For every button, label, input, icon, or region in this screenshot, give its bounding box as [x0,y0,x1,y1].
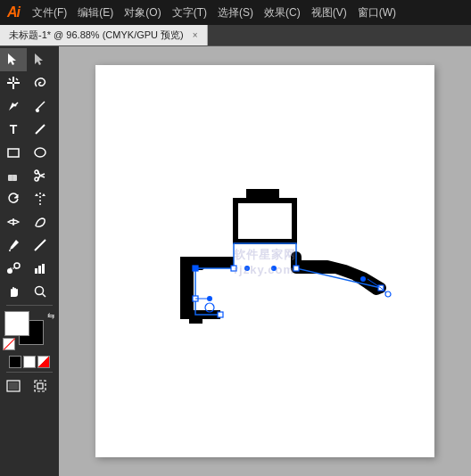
svg-line-7 [16,78,18,80]
wand-lasso-row [0,71,59,94]
svg-point-16 [35,170,38,174]
svg-rect-29 [38,266,41,274]
svg-point-17 [35,177,38,181]
title-bar: Ai 文件(F) 编辑(E) 对象(O) 文字(T) 选择(S) 效果(C) 视… [0,0,471,25]
svg-point-43 [244,266,250,271]
svg-rect-51 [193,266,198,271]
svg-point-45 [360,276,366,282]
svg-rect-15 [12,175,13,181]
measure-tool[interactable] [27,234,54,257]
lasso-tool[interactable] [27,71,54,94]
warp-tool[interactable] [27,210,54,234]
illustration [131,172,399,350]
svg-rect-3 [7,82,12,84]
svg-rect-39 [293,266,299,271]
tab-active[interactable]: 未标题-1* @ 96.88% (CMYK/GPU 预览) × [0,25,208,45]
separator-2 [6,372,54,373]
draw-inside-mode[interactable] [27,374,54,398]
menu-window[interactable]: 窗口(W) [352,4,401,22]
svg-point-26 [14,263,20,268]
white-swatch[interactable] [23,356,36,368]
ellipse-tool[interactable] [27,141,54,164]
pen-tool[interactable] [0,94,27,118]
black-swatch[interactable] [9,356,21,368]
scissors-tool[interactable] [27,164,54,187]
change-screen-mode[interactable] [0,374,27,398]
menu-view[interactable]: 视图(V) [306,4,352,22]
svg-rect-4 [14,82,20,84]
svg-point-44 [271,266,277,271]
direct-select-tool[interactable] [27,48,54,71]
svg-rect-2 [12,77,14,82]
eraser-tool[interactable] [0,164,27,187]
fill-swatch[interactable] [4,311,29,336]
svg-rect-42 [218,312,223,317]
svg-marker-19 [35,193,38,196]
menu-select[interactable]: 选择(S) [212,4,259,22]
svg-line-11 [36,125,45,134]
menu-text[interactable]: 文字(T) [167,4,212,22]
svg-rect-12 [8,149,19,157]
menu-effect[interactable]: 效果(C) [259,4,306,22]
type-tool[interactable]: T [0,118,27,141]
select-tools-row [0,48,59,71]
menu-edit[interactable]: 编辑(E) [72,4,119,22]
svg-point-10 [36,109,39,112]
menu-object[interactable]: 对象(O) [119,4,166,22]
ai-logo: Ai [7,4,20,21]
svg-rect-34 [9,382,18,390]
tab-close[interactable]: × [193,30,198,40]
svg-line-9 [15,103,18,105]
small-swatches [9,356,50,368]
svg-point-13 [35,148,45,157]
canvas-area: 软件星家网rjzky.com [59,46,471,476]
swap-colors-icon[interactable]: ⇆ [47,311,54,321]
rotate-tool[interactable] [0,187,27,210]
select-tool[interactable] [0,48,27,71]
type-tool-row: T [0,118,59,141]
magic-wand-tool[interactable] [0,71,27,94]
svg-line-32 [43,294,46,298]
shape-tools-row [0,141,59,164]
color-swatches-area: ⇆ [3,311,56,350]
svg-rect-38 [231,266,236,271]
eyedropper-row [0,234,59,257]
toolbar: T [0,46,59,476]
blend-row [0,257,59,280]
svg-marker-20 [42,193,45,196]
tab-label: 未标题-1* @ 96.88% (CMYK/GPU 预览) [9,29,184,42]
reflect-tool[interactable] [27,187,54,210]
svg-rect-30 [42,264,45,274]
hand-zoom-row [0,280,59,303]
none-swatch[interactable] [3,338,15,350]
line-segment-tool[interactable] [27,118,54,141]
width-tools-row [0,210,59,234]
hand-tool[interactable] [0,280,27,303]
eyedropper-tool[interactable] [0,234,27,257]
menu-file[interactable]: 文件(F) [27,4,72,22]
rectangle-tool[interactable] [0,141,27,164]
screen-mode-row [0,374,59,398]
svg-point-25 [7,268,12,274]
brush-tool[interactable] [27,94,54,118]
svg-rect-5 [12,84,14,89]
eraser-tools-row [0,164,59,187]
svg-point-50 [385,291,391,297]
transform-tools-row [0,187,59,210]
main-layout: T [0,46,471,476]
separator-1 [6,305,54,306]
svg-rect-35 [35,381,45,391]
menu-bar: 文件(F) 编辑(E) 对象(O) 文字(T) 选择(S) 效果(C) 视图(V… [27,4,401,22]
width-tool[interactable] [0,210,27,234]
zoom-tool[interactable] [27,280,54,303]
svg-rect-36 [37,383,43,389]
pen-tools-row [0,94,59,118]
artboard: 软件星家网rjzky.com [95,65,434,457]
svg-rect-28 [35,268,37,274]
svg-marker-0 [8,53,16,65]
blend-tool[interactable] [0,257,27,280]
column-graph-tool[interactable] [27,257,54,280]
svg-point-31 [36,287,44,295]
svg-marker-1 [35,53,43,65]
none-indicator-swatch[interactable] [37,356,50,368]
